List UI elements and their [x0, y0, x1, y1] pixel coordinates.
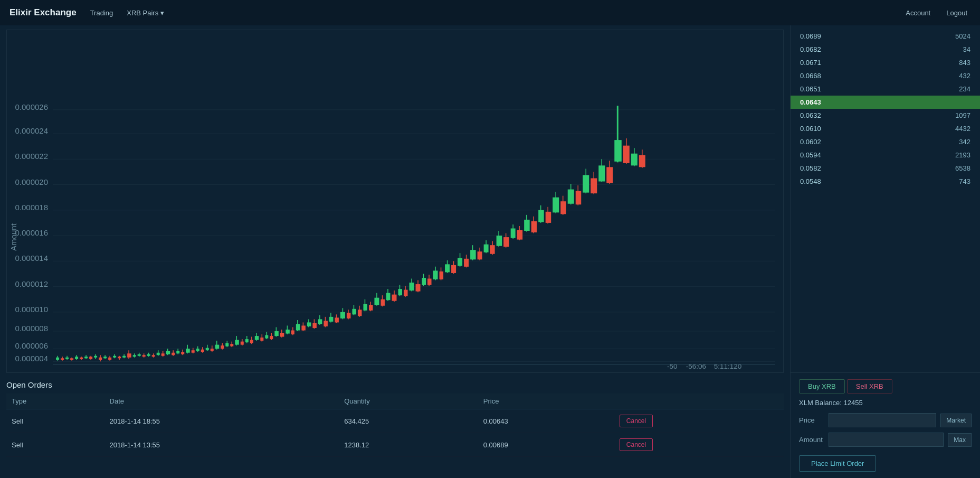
orders-table: Type Date Quantity Price Sell 2018-1-14 …: [6, 393, 784, 457]
order-book-row[interactable]: 0.06321097: [791, 109, 980, 122]
nav-trading[interactable]: Trading: [87, 7, 117, 19]
cancel-button[interactable]: Cancel: [620, 415, 653, 427]
order-book-row[interactable]: 0.0602342: [791, 135, 980, 148]
right-panel: 0.068950240.0682340.06718430.06684320.06…: [790, 25, 980, 478]
svg-text:0.000024: 0.000024: [15, 126, 48, 135]
order-book-price: 0.0610: [800, 125, 821, 133]
order-book-price: 0.0682: [800, 45, 821, 53]
order-book-price: 0.0632: [800, 111, 821, 119]
order-book-amount: 432: [959, 72, 971, 80]
order-quantity: 634.425: [339, 409, 478, 433]
trade-tabs: Buy XRB Sell XRB: [799, 379, 972, 393]
buy-tab[interactable]: Buy XRB: [799, 379, 845, 393]
svg-text:0.000026: 0.000026: [15, 102, 48, 111]
orders-table-header: Type Date Quantity Price: [6, 393, 784, 409]
order-type: Sell: [6, 433, 104, 457]
order-book-row[interactable]: 0.0671843: [791, 56, 980, 69]
svg-text:0.000022: 0.000022: [15, 152, 48, 161]
order-book-amount: 4432: [955, 125, 971, 133]
order-book-price: 0.0651: [800, 85, 821, 93]
svg-text:0.000018: 0.000018: [15, 203, 48, 212]
chevron-down-icon: ▾: [160, 9, 164, 17]
col-quantity: Quantity: [339, 393, 478, 409]
order-action: Cancel: [614, 433, 784, 457]
price-input[interactable]: [829, 413, 936, 427]
order-book-row[interactable]: 0.05942193: [791, 148, 980, 162]
price-row: Price Market: [799, 413, 972, 427]
order-date: 2018-1-14 18:55: [104, 409, 339, 433]
order-price: 0.00643: [478, 409, 614, 433]
amount-label: Amount: [799, 436, 829, 444]
order-book-amount: 843: [959, 59, 971, 67]
svg-text:0.000020: 0.000020: [15, 177, 48, 186]
navbar-left: Elixir Exchange Trading XRB Pairs ▾: [9, 7, 164, 19]
account-link[interactable]: Account: [902, 7, 934, 19]
order-book-row[interactable]: 0.06104432: [791, 122, 980, 135]
svg-text:5:11:120: 5:11:120: [714, 362, 742, 370]
order-book-amount: 2193: [955, 151, 971, 159]
svg-rect-198: [517, 230, 523, 240]
order-book-amount: 5024: [955, 32, 971, 40]
svg-text:-50: -50: [667, 362, 678, 370]
order-book-amount: 34: [963, 45, 971, 53]
order-quantity: 1238.12: [339, 433, 478, 457]
svg-text:-56:06: -56:06: [686, 362, 706, 370]
market-button[interactable]: Market: [940, 414, 972, 427]
svg-text:0.000010: 0.000010: [15, 305, 48, 314]
order-book-row[interactable]: 0.06895024: [791, 30, 980, 43]
navbar-right: Account Logout: [902, 7, 971, 19]
order-book-row[interactable]: 0.0643: [791, 96, 980, 109]
orders-body: Sell 2018-1-14 18:55 634.425 0.00643 Can…: [6, 409, 784, 457]
table-row: Sell 2018-1-14 18:55 634.425 0.00643 Can…: [6, 409, 784, 433]
order-book-price: 0.0671: [800, 59, 821, 67]
order-book-amount: 6538: [955, 164, 971, 172]
max-button[interactable]: Max: [948, 433, 972, 447]
order-book-price: 0.0689: [800, 32, 821, 40]
left-panel: 0.000026 0.000024 0.000022 0.000020 0.00…: [0, 25, 790, 478]
order-type: Sell: [6, 409, 104, 433]
svg-text:0.000016: 0.000016: [15, 228, 48, 237]
price-chart: 0.000026 0.000024 0.000022 0.000020 0.00…: [7, 30, 783, 372]
svg-text:Amount: Amount: [9, 223, 18, 251]
order-book-row[interactable]: 0.0651234: [791, 82, 980, 96]
order-book-amount: 234: [959, 85, 971, 93]
col-date: Date: [104, 393, 339, 409]
order-book-row[interactable]: 0.0668432: [791, 69, 980, 82]
order-book-price: 0.0602: [800, 138, 821, 146]
order-date: 2018-1-14 13:55: [104, 433, 339, 457]
open-orders-section: Open Orders Type Date Quantity Price Sel…: [6, 380, 784, 474]
order-book-row[interactable]: 0.0548743: [791, 175, 980, 188]
order-book-price: 0.0668: [800, 72, 821, 80]
svg-text:0.000012: 0.000012: [15, 279, 48, 288]
order-book-price: 0.0582: [800, 164, 821, 172]
main-layout: 0.000026 0.000024 0.000022 0.000020 0.00…: [0, 25, 980, 478]
sell-tab[interactable]: Sell XRB: [847, 379, 892, 393]
svg-text:0.000008: 0.000008: [15, 324, 48, 333]
table-row: Sell 2018-1-14 13:55 1238.12 0.00689 Can…: [6, 433, 784, 457]
order-book-price: 0.0643: [800, 98, 821, 106]
nav-xrb-pairs[interactable]: XRB Pairs ▾: [127, 9, 164, 17]
amount-row: Amount Max: [799, 433, 972, 447]
order-book-price: 0.0548: [800, 177, 821, 185]
order-book-row[interactable]: 0.068234: [791, 43, 980, 56]
order-book-price: 0.0594: [800, 151, 821, 159]
place-order-button[interactable]: Place Limit Order: [799, 455, 876, 472]
order-price: 0.00689: [478, 433, 614, 457]
logout-link[interactable]: Logout: [943, 7, 971, 19]
order-book-amount: 743: [959, 177, 971, 185]
col-type: Type: [6, 393, 104, 409]
svg-rect-0: [7, 30, 783, 372]
trade-form: Buy XRB Sell XRB XLM Balance: 12455 Pric…: [791, 372, 980, 478]
balance-display: XLM Balance: 12455: [799, 399, 972, 407]
price-label: Price: [799, 416, 829, 424]
chart-container: 0.000026 0.000024 0.000022 0.000020 0.00…: [6, 30, 784, 373]
svg-text:0.000014: 0.000014: [15, 254, 48, 263]
navbar: Elixir Exchange Trading XRB Pairs ▾ Acco…: [0, 0, 980, 25]
cancel-button[interactable]: Cancel: [620, 438, 653, 451]
order-book-amount: 342: [959, 138, 971, 146]
order-book-row[interactable]: 0.05826538: [791, 162, 980, 175]
col-action: [614, 393, 784, 409]
order-book[interactable]: 0.068950240.0682340.06718430.06684320.06…: [791, 25, 980, 372]
amount-input[interactable]: [829, 433, 944, 447]
order-action: Cancel: [614, 409, 784, 433]
